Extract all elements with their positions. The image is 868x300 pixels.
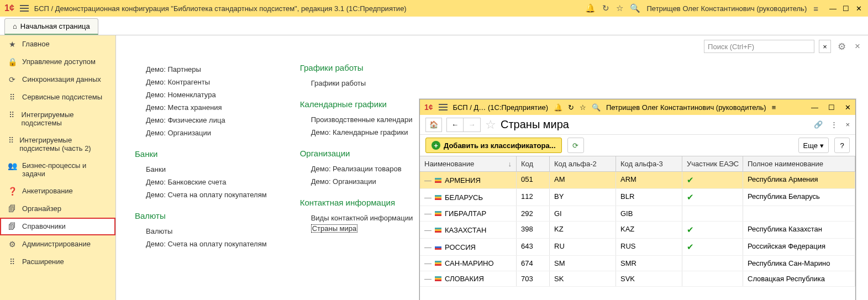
grid-row[interactable]: —АРМЕНИЯ 051 AM ARM ✔ Республика Армения [420,172,855,189]
nav-icon: 👥 [8,161,17,170]
sidebar-item[interactable]: 🗐Органайзер [0,200,115,218]
sidebar-item[interactable]: ⚙Администрирование [0,235,115,253]
sidebar-item[interactable]: ★Главное [0,35,115,53]
cell-alpha3: SMR [616,256,682,271]
refresh-button[interactable]: ⟳ [567,138,584,153]
link-item[interactable]: Демо: Счета на оплату покупателям [135,238,267,250]
nav-label: Расширение [22,257,64,266]
grid-row[interactable]: —БЕЛАРУСЬ 112 BY BLR ✔ Республика Белару… [420,189,855,206]
chevron-down-icon: ▾ [820,141,824,150]
link-item[interactable]: Демо: Партнеры [135,63,267,76]
sidebar-item[interactable]: ⠿Интегрируемые подсистемы [0,106,115,131]
cell-code: 112 [517,189,550,206]
cell-name: АРМЕНИЯ [445,176,481,185]
search-input[interactable]: Поиск (Ctrl+F) [704,40,814,53]
grid-row[interactable]: —САН-МАРИНО 674 SM SMR Республика Сан-Ма… [420,256,855,271]
link-item[interactable]: Демо: Физические лица [135,114,267,127]
bell-icon[interactable]: 🔔 [585,3,596,13]
countries-grid[interactable]: Наименование ↓КодКод альфа-2Код альфа-3У… [420,156,855,287]
more-button[interactable]: Еще▾ [798,138,829,153]
grid-row[interactable]: —РОССИЯ 643 RU RUS ✔ Российская Федераци… [420,239,855,256]
search-icon[interactable]: 🔍 [630,3,640,13]
user-name[interactable]: Петрищев Олег Константинович (руководите… [647,4,807,13]
column-header[interactable]: Код альфа-2 [550,156,616,171]
link-icon[interactable]: 🔗 [814,120,823,129]
command-row: + Добавить из классификатора... ⟳ Еще▾ ? [420,135,855,156]
nav-back-button[interactable]: ← [447,118,464,131]
close-button[interactable]: ✕ [856,4,864,12]
cell-fullname: Российская Федерация [743,239,855,255]
link-item[interactable]: Виды контактной информации [300,212,413,224]
column-header[interactable]: Код альфа-3 [616,156,682,171]
panel-close-icon[interactable]: × [853,41,862,52]
link-item[interactable]: Страны мира [311,224,358,233]
link-item[interactable]: Банки [135,163,267,176]
link-item[interactable]: Производственные календари [300,113,413,126]
home-tab-label: Начальная страница [20,22,90,30]
sub-minimize-button[interactable]: — [811,103,818,112]
home-tab[interactable]: ⌂ Начальная страница [4,18,98,35]
link-item[interactable]: Демо: Места хранения [135,101,267,114]
sub-menu-lines-icon[interactable]: ≡ [772,103,776,112]
link-item[interactable]: Валюты [135,225,267,238]
menu-lines-icon[interactable]: ≡ [813,4,818,13]
column-header[interactable]: Код [517,156,550,171]
sidebar-item[interactable]: ⠿Сервисные подсистемы [0,88,115,106]
maximize-button[interactable]: ☐ [843,4,850,12]
link-item[interactable]: Демо: Календарные графики [300,126,413,139]
window-close-icon[interactable]: × [845,120,850,129]
grid-row[interactable]: —СЛОВАКИЯ 703 SK SVK Словацкая Республик… [420,271,855,287]
sub-close-button[interactable]: ✕ [845,103,851,112]
sub-bell-icon[interactable]: 🔔 [554,103,562,112]
section-header: Организации [300,149,413,158]
link-item[interactable]: Демо: Счета на оплату покупателям [135,188,267,201]
sidebar-item[interactable]: ⟳Синхронизация данных [0,71,115,88]
nav-label: Интегрируемые подсистемы (часть 2) [19,136,108,152]
cell-fullname: Словацкая Республика [743,271,855,286]
add-button-label: Добавить из классификатора... [444,141,556,150]
link-item[interactable]: Демо: Реализации товаров [300,162,413,175]
add-from-classifier-button[interactable]: + Добавить из классификатора... [425,138,562,153]
nav-label: Главное [22,40,50,48]
column-header[interactable]: Участник ЕАЭС [682,156,743,171]
sidebar-item[interactable]: ⠿Интегрируемые подсистемы (часть 2) [0,131,115,157]
history-icon[interactable]: ↻ [602,3,609,13]
cell-name: БЕЛАРУСЬ [445,193,483,202]
column-header[interactable]: Наименование ↓ [420,156,517,171]
sub-home-button[interactable]: 🏠 [425,118,442,132]
link-item[interactable]: Демо: Номенклатура [135,88,267,101]
cell-eaes: ✔ [682,189,743,206]
section-header: Валюты [135,211,267,220]
nav-label: Синхронизация данных [22,75,101,83]
link-item[interactable]: Демо: Организации [135,127,267,139]
star-icon[interactable]: ☆ [616,3,623,13]
sidebar-item[interactable]: 👥Бизнес-процессы и задачи [0,157,115,182]
sub-user-name[interactable]: Петрищев Олег Константинович (руководите… [606,103,766,112]
favorite-star-icon[interactable]: ☆ [485,118,496,132]
link-item[interactable]: Графики работы [300,77,413,90]
sidebar-item[interactable]: ⠿Расширение [0,253,115,271]
clear-search-button[interactable]: × [819,40,831,53]
column-1: Демо: ПартнерыДемо: КонтрагентыДемо: Ном… [135,63,267,250]
column-header[interactable]: Полное наименование [743,156,855,171]
flag-icon [435,178,441,183]
nav-forward-button[interactable]: → [464,118,480,131]
sub-hamburger-icon[interactable] [439,104,448,110]
sub-star-icon[interactable]: ☆ [580,103,586,112]
link-item[interactable]: Демо: Контрагенты [135,76,267,88]
link-item[interactable]: Демо: Организации [300,175,413,188]
kebab-icon[interactable]: ⋮ [830,120,838,129]
hamburger-icon[interactable] [20,5,29,12]
sidebar-item[interactable]: 🔒Управление доступом [0,53,115,71]
settings-icon[interactable]: ⚙ [835,41,848,52]
sub-maximize-button[interactable]: ☐ [828,103,835,112]
minimize-button[interactable]: — [829,4,837,12]
sidebar-item[interactable]: 🗐Справочники [0,218,115,235]
grid-row[interactable]: —ГИБРАЛТАР 292 GI GIB [420,206,855,222]
sub-search-icon[interactable]: 🔍 [592,103,601,112]
sub-history-icon[interactable]: ↻ [568,103,574,112]
sidebar-item[interactable]: ❓Анкетирование [0,182,115,200]
link-item[interactable]: Демо: Банковские счета [135,176,267,188]
grid-row[interactable]: —КАЗАХСТАН 398 KZ KAZ ✔ Республика Казах… [420,222,855,239]
help-button[interactable]: ? [834,138,850,153]
